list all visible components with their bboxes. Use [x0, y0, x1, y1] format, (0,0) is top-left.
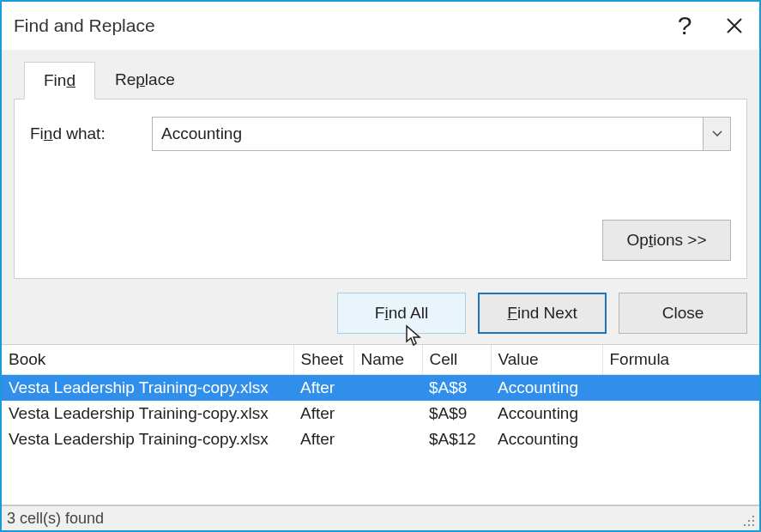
cell-cell: $A$9	[422, 401, 491, 426]
find-all-button[interactable]: Find All	[337, 293, 466, 334]
cell-name	[353, 401, 422, 426]
status-bar: 3 cell(s) found	[2, 505, 759, 530]
find-next-button[interactable]: Find Next	[478, 293, 607, 334]
cell-value: Accounting	[491, 401, 602, 426]
help-button[interactable]: ?	[660, 2, 710, 50]
cell-cell: $A$8	[422, 375, 491, 402]
status-text: 3 cell(s) found	[7, 510, 104, 528]
cell-formula	[602, 401, 759, 426]
col-cell[interactable]: Cell	[422, 345, 491, 375]
cell-value: Accounting	[491, 426, 602, 452]
cell-sheet: After	[293, 401, 353, 426]
cell-book: Vesta Leadership Training-copy.xlsx	[2, 375, 293, 402]
cell-cell: $A$12	[422, 426, 491, 452]
results-table: Book Sheet Name Cell Value Formula Vesta…	[2, 345, 759, 452]
cell-sheet: After	[293, 426, 353, 452]
tab-find[interactable]: Find	[24, 62, 95, 100]
resize-grip-icon[interactable]	[739, 511, 754, 526]
options-button[interactable]: Options >>	[602, 220, 731, 261]
col-name[interactable]: Name	[353, 345, 422, 375]
find-panel: Find what: Options >>	[14, 99, 747, 279]
options-row: Options >>	[30, 220, 731, 261]
results-header-row: Book Sheet Name Cell Value Formula	[2, 345, 759, 375]
close-button[interactable]: Close	[619, 293, 747, 334]
action-row: Find All Find Next Close	[14, 293, 747, 334]
find-what-label: Find what:	[30, 124, 142, 143]
cell-name	[353, 426, 422, 452]
cell-book: Vesta Leadership Training-copy.xlsx	[2, 426, 293, 452]
table-row[interactable]: Vesta Leadership Training-copy.xlsxAfter…	[2, 426, 759, 452]
find-what-combo[interactable]	[152, 117, 731, 151]
find-what-row: Find what:	[30, 115, 731, 153]
table-row[interactable]: Vesta Leadership Training-copy.xlsxAfter…	[2, 401, 759, 426]
find-replace-dialog: Find and Replace ? Find Replace Find wha…	[0, 0, 761, 532]
cell-formula	[602, 375, 759, 402]
close-icon[interactable]	[710, 2, 759, 50]
cell-value: Accounting	[491, 375, 602, 402]
col-value[interactable]: Value	[491, 345, 602, 375]
dialog-body: Find Replace Find what: Opt	[2, 50, 759, 344]
table-row[interactable]: Vesta Leadership Training-copy.xlsxAfter…	[2, 375, 759, 402]
results-pane: Book Sheet Name Cell Value Formula Vesta…	[2, 344, 759, 505]
col-formula[interactable]: Formula	[602, 345, 759, 375]
cell-book: Vesta Leadership Training-copy.xlsx	[2, 401, 293, 426]
chevron-down-icon[interactable]	[703, 118, 730, 150]
cell-name	[353, 375, 422, 402]
titlebar: Find and Replace ?	[2, 2, 759, 50]
cell-sheet: After	[293, 375, 353, 402]
window-title: Find and Replace	[14, 15, 660, 36]
tabstrip: Find Replace	[14, 61, 747, 99]
col-sheet[interactable]: Sheet	[293, 345, 353, 375]
col-book[interactable]: Book	[2, 345, 293, 375]
cell-formula	[602, 426, 759, 452]
find-what-input[interactable]	[153, 118, 703, 150]
tab-replace[interactable]: Replace	[95, 61, 195, 99]
